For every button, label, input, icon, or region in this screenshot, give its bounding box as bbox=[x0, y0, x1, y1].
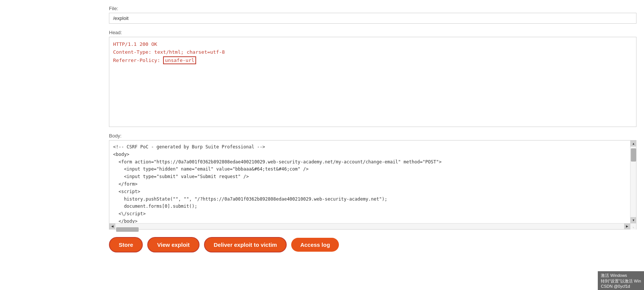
store-button[interactable]: Store bbox=[109, 237, 143, 252]
page-wrapper: File: Head: HTTP/1.1 200 OK Content-Type… bbox=[0, 0, 644, 290]
deliver-exploit-button[interactable]: Deliver exploit to victim bbox=[204, 237, 287, 252]
referrer-highlight: unsafe-url bbox=[163, 56, 196, 64]
resize-corner: ⌞ bbox=[630, 224, 636, 230]
head-line3: Referrer-Policy: unsafe-url bbox=[113, 56, 632, 64]
buttons-row: Store View exploit Deliver exploit to vi… bbox=[109, 237, 636, 252]
scroll-left-btn[interactable]: ◀ bbox=[109, 224, 115, 230]
watermark-line1: 激活 Windows bbox=[601, 273, 641, 278]
access-log-button[interactable]: Access log bbox=[291, 238, 339, 252]
file-section: File: bbox=[109, 6, 636, 24]
vertical-scrollbar[interactable]: ▲ ▼ bbox=[630, 140, 636, 223]
head-textarea[interactable]: HTTP/1.1 200 OK Content-Type: text/html;… bbox=[109, 37, 636, 127]
scroll-right-btn[interactable]: ▶ bbox=[624, 224, 630, 230]
head-line2: Content-Type: text/html; charset=utf-8 bbox=[113, 48, 632, 56]
body-wrapper: <!-- CSRF PoC - generated by Burp Suite … bbox=[109, 140, 636, 230]
watermark-line2: 转到"设置"以激活 Win bbox=[601, 278, 641, 284]
body-textarea[interactable]: <!-- CSRF PoC - generated by Burp Suite … bbox=[109, 140, 630, 223]
file-label: File: bbox=[109, 6, 636, 11]
view-exploit-button[interactable]: View exploit bbox=[147, 237, 199, 252]
scroll-track bbox=[630, 147, 636, 217]
head-label: Head: bbox=[109, 30, 636, 35]
watermark: 激活 Windows 转到"设置"以激活 Win CSDN @0ycf1d bbox=[598, 271, 644, 290]
referrer-prefix: Referrer-Policy: bbox=[113, 57, 163, 63]
head-line1: HTTP/1.1 200 OK bbox=[113, 40, 632, 48]
head-section: Head: HTTP/1.1 200 OK Content-Type: text… bbox=[109, 30, 636, 127]
scroll-up-btn[interactable]: ▲ bbox=[630, 140, 636, 147]
scroll-thumb[interactable] bbox=[631, 148, 636, 162]
body-inner: <!-- CSRF PoC - generated by Burp Suite … bbox=[109, 140, 636, 223]
body-label: Body: bbox=[109, 133, 636, 139]
body-content: <!-- CSRF PoC - generated by Burp Suite … bbox=[113, 143, 626, 223]
h-scroll-thumb[interactable] bbox=[116, 227, 139, 232]
file-input[interactable] bbox=[109, 13, 636, 24]
scroll-down-btn[interactable]: ▼ bbox=[630, 217, 636, 223]
watermark-line3: CSDN @0ycf1d bbox=[601, 284, 641, 288]
body-section: Body: <!-- CSRF PoC - generated by Burp … bbox=[109, 133, 636, 230]
horizontal-scrollbar: ◀ ▶ ⌞ bbox=[109, 223, 636, 229]
content-area: File: Head: HTTP/1.1 200 OK Content-Type… bbox=[109, 4, 636, 252]
head-content: HTTP/1.1 200 OK Content-Type: text/html;… bbox=[113, 40, 632, 64]
